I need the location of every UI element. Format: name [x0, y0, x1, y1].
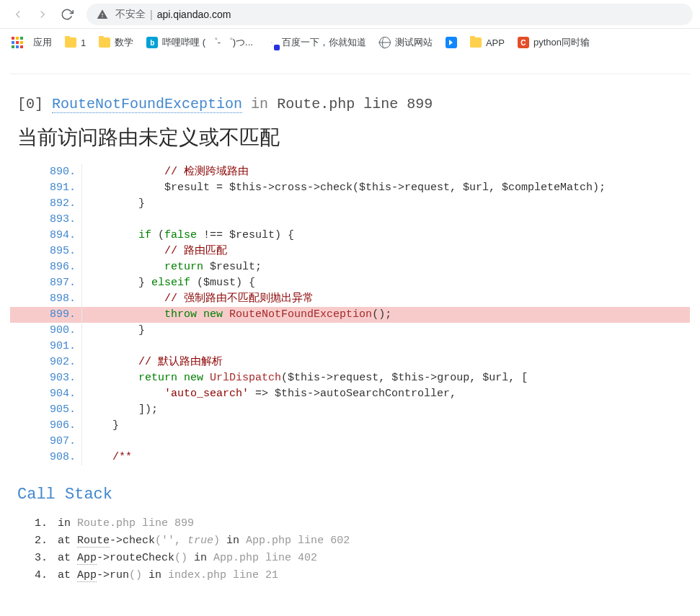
code-line: 901. — [10, 339, 690, 354]
bookmark-item[interactable]: Cpython同时输 — [512, 33, 595, 52]
code-block: 890. // 检测跨域路由891. $result = $this->cros… — [10, 164, 690, 465]
code-text — [82, 212, 690, 228]
folder-icon — [470, 37, 482, 48]
bookmark-label: APP — [486, 37, 505, 48]
callstack-text: at App->routeCheck() in App.php line 402 — [58, 550, 317, 567]
apps-button[interactable] — [7, 32, 27, 53]
bookmark-label: 测试网站 — [395, 36, 433, 49]
back-button[interactable] — [7, 4, 29, 25]
error-index: [0] — [17, 96, 43, 112]
code-line: 900. } — [10, 323, 690, 339]
globe-icon — [379, 37, 391, 48]
error-exception-link[interactable]: RouteNotFoundException — [52, 96, 242, 113]
code-text: // 默认路由解析 — [82, 354, 690, 370]
code-line: 902. // 默认路由解析 — [10, 354, 690, 370]
callstack-number: 4. — [17, 567, 58, 584]
line-number: 894. — [10, 228, 82, 244]
code-line: 904. 'auto_search' => $this->autoSearchC… — [10, 386, 690, 402]
error-message: 当前访问路由未定义或不匹配 — [10, 120, 690, 164]
call-stack-title: Call Stack — [17, 486, 683, 504]
code-text: return new UrlDispatch($this->request, $… — [82, 370, 690, 386]
callstack-number: 2. — [17, 532, 58, 550]
code-text: } — [82, 323, 690, 339]
code-line: 908. /** — [10, 450, 690, 465]
bookmark-item[interactable]: APP — [464, 34, 510, 51]
code-text: throw new RouteNotFoundException(); — [82, 307, 690, 323]
code-text: /** — [82, 450, 690, 465]
bookmark-item[interactable]: 百度一下，你就知道 — [260, 33, 372, 52]
bookmark-label: 百度一下，你就知道 — [282, 36, 366, 49]
line-number: 903. — [10, 370, 82, 386]
folder-icon — [65, 37, 76, 48]
line-number: 896. — [10, 259, 82, 275]
bookmark-label: 哔哩哔哩 ( ゜- ゜)つ... — [162, 36, 253, 49]
error-header: [0] RouteNotFoundException in Route.php … — [10, 96, 690, 120]
bookmark-item[interactable]: 1 — [59, 34, 92, 51]
forward-button[interactable] — [32, 4, 53, 25]
line-number: 899. — [10, 307, 82, 323]
code-line: 893. — [10, 212, 690, 228]
insecure-label: 不安全 — [115, 8, 146, 21]
code-text: // 路由匹配 — [82, 244, 690, 259]
browser-toolbar: 不安全 | api.qiandao.com — [0, 0, 700, 29]
line-number: 893. — [10, 212, 82, 228]
error-in: in — [251, 96, 268, 112]
callstack-number: 3. — [17, 550, 58, 567]
line-number: 905. — [10, 402, 82, 418]
code-text: // 检测跨域路由 — [82, 164, 690, 180]
line-number: 890. — [10, 164, 82, 180]
apps-icon — [12, 37, 23, 48]
bookmark-item[interactable] — [440, 34, 463, 51]
code-line: 892. } — [10, 196, 690, 212]
code-text — [82, 434, 690, 450]
error-file: Route.php line 899 — [277, 96, 433, 112]
callstack-text: in Route.php line 899 — [58, 515, 194, 532]
url-separator: | — [150, 9, 153, 20]
code-line: 905. ]); — [10, 402, 690, 418]
error-page: [0] RouteNotFoundException in Route.php … — [10, 73, 690, 592]
code-line: 906. } — [10, 418, 690, 434]
code-text: return $result; — [82, 259, 690, 275]
code-line: 894. if (false !== $result) { — [10, 228, 690, 244]
callstack-number: 1. — [17, 515, 58, 532]
code-line: 907. — [10, 434, 690, 450]
bookmark-item[interactable]: 数学 — [93, 33, 139, 52]
call-stack: Call Stack 1.in Route.php line 8992.at R… — [10, 465, 690, 592]
line-number: 900. — [10, 323, 82, 339]
line-number: 891. — [10, 180, 82, 196]
code-text: } elseif ($must) { — [82, 275, 690, 291]
line-number: 898. — [10, 291, 82, 307]
callstack-text: at Route->check('', true) in App.php lin… — [58, 532, 350, 550]
code-line: 903. return new UrlDispatch($this->reque… — [10, 370, 690, 386]
callstack-item: 2.at Route->check('', true) in App.php l… — [17, 532, 683, 550]
folder-icon — [99, 37, 110, 48]
callstack-item: 1.in Route.php line 899 — [17, 515, 683, 532]
line-number: 906. — [10, 418, 82, 434]
line-number: 895. — [10, 244, 82, 259]
code-text: } — [82, 418, 690, 434]
bookmark-item[interactable]: b哔哩哔哩 ( ゜- ゜)つ... — [141, 33, 259, 52]
url-text: api.qiandao.com — [157, 9, 231, 20]
line-number: 892. — [10, 196, 82, 212]
code-text: $result = $this->cross->check($this->req… — [82, 180, 690, 196]
bilibili-icon: b — [146, 37, 158, 48]
bookmark-item[interactable]: 测试网站 — [373, 33, 438, 52]
code-line: 891. $result = $this->cross->check($this… — [10, 180, 690, 196]
bookmarks-bar: 应用 1数学b哔哩哔哩 ( ゜- ゜)つ...百度一下，你就知道测试网站APPC… — [0, 29, 700, 56]
apps-label[interactable]: 应用 — [33, 33, 58, 52]
address-bar[interactable]: 不安全 | api.qiandao.com — [87, 4, 693, 25]
insecure-icon — [97, 9, 108, 20]
baidu-icon — [266, 37, 278, 48]
callstack-item: 4.at App->run() in index.php line 21 — [17, 567, 683, 584]
code-line: 890. // 检测跨域路由 — [10, 164, 690, 180]
code-text: } — [82, 196, 690, 212]
code-line: 899. throw new RouteNotFoundException(); — [10, 307, 690, 323]
bookmark-label: python同时输 — [533, 36, 590, 49]
line-number: 904. — [10, 386, 82, 402]
reload-button[interactable] — [56, 4, 78, 25]
callstack-item: 3.at App->routeCheck() in App.php line 4… — [17, 550, 683, 567]
line-number: 897. — [10, 275, 82, 291]
code-line: 895. // 路由匹配 — [10, 244, 690, 259]
code-text: ]); — [82, 402, 690, 418]
c-icon: C — [518, 37, 529, 48]
